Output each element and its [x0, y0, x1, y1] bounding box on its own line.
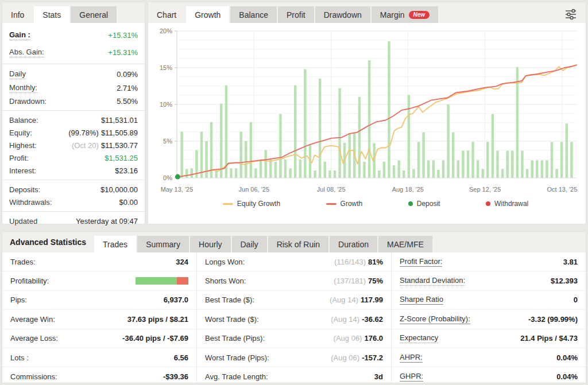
stat-row-monthly: Monthly:2.71%	[9, 81, 138, 95]
table-row-label: Trades:	[10, 258, 36, 266]
legend-growth-swatch	[326, 203, 336, 205]
table-row-worst-trade-pips: Worst Trade (Pips):(Aug 06)-157.2	[197, 348, 391, 367]
stats-tab-stats[interactable]: Stats	[34, 6, 69, 23]
stats-column-2: Longs Won:(116/143)81%Shorts Won:(137/18…	[197, 252, 392, 385]
divider	[2, 211, 145, 212]
table-row-z-score-probability: Z-Score (Probability):-3.32 (99.99%)	[392, 310, 586, 329]
stat-value: 0.09%	[117, 70, 138, 79]
chart-panel-tabstrip: ChartGrowthBalanceProfitDrawdownMarginNe…	[148, 2, 586, 23]
growth-chart-svg: 0%5%10%15%20%May 13, '25Jun 06, '25Jul 0…	[149, 24, 582, 196]
stat-label: Equity:	[9, 129, 32, 137]
table-row-value: (116/143)81%	[334, 258, 383, 266]
table-row-label: Worst Trade ($):	[205, 315, 259, 324]
table-row-label[interactable]: Sharpe Ratio	[400, 295, 443, 305]
trades-statistics-table: Trades:324Profitability:Pips:6,937.0Aver…	[2, 252, 586, 385]
table-row-longs-won: Longs Won:(116/143)81%	[197, 252, 391, 271]
stat-row-deposits: Deposits:$10,000.00	[9, 183, 138, 196]
stat-value: Yesterday at 09:47	[76, 217, 138, 225]
table-row-value: 6,937.0	[164, 295, 188, 304]
table-row-value: (137/181)75%	[334, 277, 383, 285]
stat-row-profit: Profit:$1,531.25	[9, 151, 138, 164]
tab-label: Growth	[195, 10, 220, 20]
table-row-value: 37.63 pips / $8.21	[127, 315, 188, 324]
chart-tab-drawdown[interactable]: Drawdown	[315, 6, 370, 23]
table-row-label[interactable]: Z-Score (Probability):	[400, 314, 470, 324]
table-row-value: $12.393	[551, 277, 578, 285]
legend-label: Withdrawal	[494, 200, 528, 208]
table-row-value: 324	[176, 258, 188, 266]
adv-tab-daily[interactable]: Daily	[232, 236, 267, 252]
table-row-value: -$39.36	[163, 372, 188, 381]
stats-list: Gain :+15.31%Abs. Gain:+15.31%Daily0.09%…	[2, 23, 145, 240]
stat-label: Withdrawals:	[9, 198, 52, 207]
stat-row-equity: Equity:(99.78%)$11,505.89	[9, 126, 138, 139]
table-row-avg-trade-length: Avg. Trade Length:3d	[197, 367, 391, 385]
tab-label: General	[79, 10, 108, 20]
stats-column-3: Profit Factor:3.81Standard Deviation:$12…	[392, 252, 586, 385]
stat-label: Drawdown:	[9, 97, 47, 106]
tab-label: Duration	[338, 240, 369, 249]
stat-label[interactable]: Abs. Gain:	[9, 48, 44, 57]
table-row-label: Profitability:	[10, 277, 49, 285]
stat-label: Balance:	[9, 116, 38, 125]
table-row-label[interactable]: Standard Deviation:	[400, 276, 465, 286]
svg-text:15%: 15%	[160, 64, 172, 71]
chart-tab-profit[interactable]: Profit	[278, 6, 314, 23]
legend-withdrawal-swatch	[486, 201, 490, 206]
growth-chart[interactable]: 0%5%10%15%20%May 13, '25Jun 06, '25Jul 0…	[148, 23, 586, 199]
table-row-label[interactable]: GHPR:	[400, 372, 423, 382]
stat-value: 2.71%	[117, 84, 138, 92]
profitability-loss-segment	[177, 277, 188, 285]
table-row-value: (Aug 06)176.0	[334, 334, 383, 343]
chart-tab-growth[interactable]: Growth	[186, 6, 229, 23]
table-row-value-prefix: (Aug 14)	[330, 295, 358, 304]
divider	[2, 110, 145, 111]
table-row-profit-factor: Profit Factor:3.81	[392, 252, 586, 271]
svg-text:5%: 5%	[163, 138, 172, 145]
table-row-label[interactable]: AHPR:	[400, 353, 423, 363]
stat-label: Deposits:	[9, 185, 40, 194]
adv-tab-mae-mfe[interactable]: MAE/MFE	[378, 236, 432, 252]
adv-tab-summary[interactable]: Summary	[137, 236, 189, 252]
stats-tab-general[interactable]: General	[71, 6, 117, 23]
chart-settings-button[interactable]	[562, 6, 580, 25]
page: InfoStatsGeneral Gain :+15.31%Abs. Gain:…	[0, 0, 588, 385]
stat-value: (99.78%)$11,505.89	[68, 129, 138, 137]
adv-tab-risk-of-ruin[interactable]: Risk of Ruin	[268, 236, 328, 252]
chart-tab-chart[interactable]: Chart	[148, 6, 185, 23]
stat-label[interactable]: Monthly:	[9, 83, 37, 93]
adv-tab-trades[interactable]: Trades	[94, 236, 136, 252]
tab-label: Drawdown	[324, 10, 362, 20]
legend-item-deposit: Deposit	[408, 200, 440, 208]
tab-label: Margin	[380, 10, 405, 20]
stat-label: Profit:	[9, 154, 29, 162]
tab-label: Profit	[287, 10, 305, 20]
legend-deposit-swatch	[408, 201, 413, 206]
legend-label: Equity Growth	[237, 200, 280, 208]
table-row-value-prefix: (Aug 06)	[331, 353, 359, 362]
table-row-commissions: Commissions:-$39.36	[2, 367, 196, 385]
stat-value: $1,531.25	[105, 154, 138, 162]
adv-tab-duration[interactable]: Duration	[330, 236, 377, 252]
stat-value-prefix: (99.78%)	[68, 129, 99, 137]
tab-label: Stats	[42, 10, 61, 20]
table-row-trades: Trades:324	[2, 252, 196, 271]
table-row-ghpr: GHPR:0.04%	[392, 367, 586, 385]
advanced-statistics-tabstrip: Advanced Statistics TradesSummaryHourlyD…	[2, 232, 586, 252]
stats-tab-info[interactable]: Info	[2, 6, 33, 23]
table-row-best-trade: Best Trade ($):(Aug 14)117.99	[197, 291, 391, 310]
adv-tab-hourly[interactable]: Hourly	[190, 236, 230, 252]
stat-label[interactable]: Gain :	[9, 30, 30, 40]
chart-tab-balance[interactable]: Balance	[230, 6, 277, 23]
stat-label[interactable]: Daily	[9, 69, 26, 79]
table-row-value: 0.04%	[556, 372, 578, 381]
stat-row-gain: Gain :+15.31%	[9, 26, 138, 44]
chart-tab-margin[interactable]: MarginNew	[372, 6, 438, 23]
stat-row-withdrawals: Withdrawals:$0.00	[9, 196, 138, 208]
tab-label: Daily	[241, 240, 258, 249]
svg-text:May 13, '25: May 13, '25	[161, 186, 194, 193]
table-row-label[interactable]: Profit Factor:	[400, 257, 442, 267]
table-row-label[interactable]: Expectancy	[400, 333, 438, 343]
tab-label: Info	[11, 10, 24, 20]
stat-label: Highest:	[9, 141, 37, 150]
